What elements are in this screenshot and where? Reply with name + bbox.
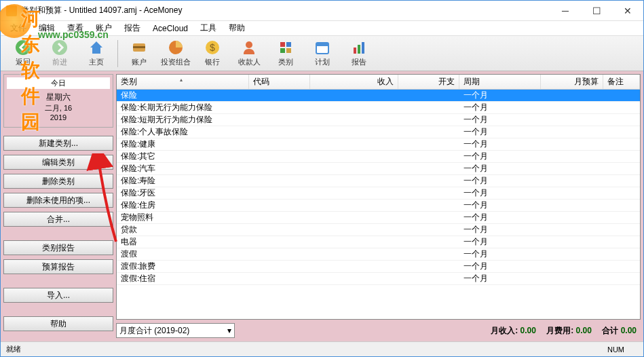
close-button[interactable]: ✕ bbox=[612, 1, 643, 21]
sidebar-button-7[interactable]: 预算报告 bbox=[3, 259, 113, 274]
svg-rect-8 bbox=[280, 42, 285, 47]
month-select[interactable]: 月度合计 (2019-02) ▾ bbox=[116, 323, 235, 338]
toolbar-bank-button[interactable]: $银行 bbox=[195, 37, 229, 70]
table-row[interactable]: 渡假:旅费一个月 bbox=[117, 261, 640, 273]
sidebar-button-11[interactable]: 帮助 bbox=[3, 316, 113, 331]
table-row[interactable]: 保险:住房一个月 bbox=[117, 200, 640, 212]
date-header: 今日 bbox=[7, 77, 110, 89]
svg-point-1 bbox=[52, 40, 67, 55]
window-title: 类别和预算 - Untitled 14097.amj - AceMoney bbox=[21, 5, 638, 16]
sidebar: 今日 星期六 二月, 16 2019 新建类别...编辑类别删除类别删除未使用的… bbox=[1, 71, 116, 341]
table-row[interactable]: 保险:短期无行为能力保险一个月 bbox=[117, 114, 640, 126]
toolbar-forward-button: 前进 bbox=[43, 37, 77, 70]
svg-point-0 bbox=[16, 40, 31, 55]
table-row[interactable]: 保险:健康一个月 bbox=[117, 138, 640, 151]
sidebar-button-2[interactable]: 删除类别 bbox=[3, 174, 113, 189]
svg-rect-10 bbox=[280, 48, 285, 53]
table-row[interactable]: 电器一个月 bbox=[117, 236, 640, 248]
toolbar-home-button[interactable]: 主页 bbox=[79, 37, 113, 70]
menu-2[interactable]: 查看 bbox=[62, 21, 89, 35]
toolbar-accounts-button[interactable]: 账户 bbox=[122, 37, 156, 70]
table-row[interactable]: 保险:寿险一个月 bbox=[117, 175, 640, 187]
svg-text:$: $ bbox=[210, 42, 215, 53]
column-header-c-cat[interactable]: 类别▴ bbox=[117, 75, 249, 89]
sidebar-button-4[interactable]: 合并... bbox=[3, 212, 113, 227]
category-grid: 类别▴代码收入开支周期月预算备注 保险一个月保险:长期无行为能力保险一个月保险:… bbox=[116, 74, 641, 320]
column-header-c-budget[interactable]: 月预算 bbox=[541, 75, 603, 89]
table-row[interactable]: 保险:个人事故保险一个月 bbox=[117, 126, 640, 138]
date-month: 二月, 16 bbox=[7, 103, 110, 113]
column-header-c-income[interactable]: 收入 bbox=[310, 75, 398, 89]
chevron-down-icon: ▾ bbox=[227, 326, 231, 335]
sidebar-button-6[interactable]: 类别报告 bbox=[3, 240, 113, 255]
column-header-c-period[interactable]: 周期 bbox=[459, 75, 541, 89]
table-row[interactable]: 保险:长期无行为能力保险一个月 bbox=[117, 102, 640, 114]
menu-0[interactable]: 文件 bbox=[5, 21, 32, 35]
table-row[interactable]: 渡假一个月 bbox=[117, 248, 640, 261]
grid-body[interactable]: 保险一个月保险:长期无行为能力保险一个月保险:短期无行为能力保险一个月保险:个人… bbox=[117, 90, 640, 319]
menu-bar: 文件编辑查看账户报告AceCloud工具帮助 bbox=[1, 21, 643, 36]
svg-rect-15 bbox=[358, 45, 360, 54]
maximize-button[interactable]: ☐ bbox=[581, 1, 612, 21]
menu-4[interactable]: 报告 bbox=[119, 21, 146, 35]
table-row[interactable]: 保险:牙医一个月 bbox=[117, 187, 640, 200]
status-bar: 就绪 NUM bbox=[1, 341, 643, 356]
column-header-c-note[interactable]: 备注 bbox=[603, 75, 640, 89]
title-bar: 类别和预算 - Untitled 14097.amj - AceMoney ─ … bbox=[1, 1, 643, 21]
table-row[interactable]: 保险:其它一个月 bbox=[117, 151, 640, 163]
table-row[interactable]: 贷款一个月 bbox=[117, 224, 640, 236]
svg-rect-3 bbox=[133, 46, 145, 48]
grid-header: 类别▴代码收入开支周期月预算备注 bbox=[117, 75, 640, 90]
sidebar-button-9[interactable]: 导入... bbox=[3, 288, 113, 303]
table-row[interactable]: 保险一个月 bbox=[117, 90, 640, 102]
menu-1[interactable]: 编辑 bbox=[33, 21, 60, 35]
sidebar-button-0[interactable]: 新建类别... bbox=[3, 136, 113, 151]
toolbar-portfolio-button[interactable]: 投资组合 bbox=[159, 37, 193, 70]
toolbar: 返回前进主页账户投资组合$银行收款人类别计划报告 bbox=[1, 36, 643, 71]
menu-5[interactable]: AceCloud bbox=[147, 22, 193, 35]
toolbar-payee-button[interactable]: 收款人 bbox=[232, 37, 266, 70]
menu-3[interactable]: 账户 bbox=[90, 21, 117, 35]
table-row[interactable]: 渡假:住宿一个月 bbox=[117, 273, 640, 285]
svg-rect-9 bbox=[286, 42, 291, 47]
svg-rect-11 bbox=[286, 48, 291, 53]
toolbar-back-button[interactable]: 返回 bbox=[6, 37, 40, 70]
menu-7[interactable]: 帮助 bbox=[223, 21, 250, 35]
minimize-button[interactable]: ─ bbox=[550, 1, 581, 21]
table-row[interactable]: 保险:汽车一个月 bbox=[117, 163, 640, 175]
toolbar-schedule-button[interactable]: 计划 bbox=[305, 37, 339, 70]
status-num: NUM bbox=[594, 345, 638, 354]
toolbar-category-button[interactable]: 类别 bbox=[269, 37, 303, 70]
sidebar-button-1[interactable]: 编辑类别 bbox=[3, 155, 113, 170]
table-row[interactable]: 宠物照料一个月 bbox=[117, 212, 640, 224]
svg-rect-16 bbox=[362, 42, 364, 54]
date-panel: 今日 星期六 二月, 16 2019 bbox=[3, 74, 113, 128]
app-icon bbox=[6, 5, 17, 16]
svg-point-7 bbox=[246, 41, 252, 48]
sidebar-button-3[interactable]: 删除未使用的项... bbox=[3, 193, 113, 208]
date-weekday: 星期六 bbox=[7, 92, 110, 103]
date-year: 2019 bbox=[7, 113, 110, 121]
column-header-c-code[interactable]: 代码 bbox=[249, 75, 310, 89]
column-header-c-expense[interactable]: 开支 bbox=[398, 75, 459, 89]
status-text: 就绪 bbox=[6, 344, 594, 354]
summary-bar: 月收入: 0.00 月费用: 0.00 合计 0.00 bbox=[240, 325, 641, 337]
svg-rect-14 bbox=[354, 48, 356, 54]
toolbar-report-button[interactable]: 报告 bbox=[342, 37, 376, 70]
svg-rect-13 bbox=[316, 43, 328, 46]
menu-6[interactable]: 工具 bbox=[195, 21, 222, 35]
